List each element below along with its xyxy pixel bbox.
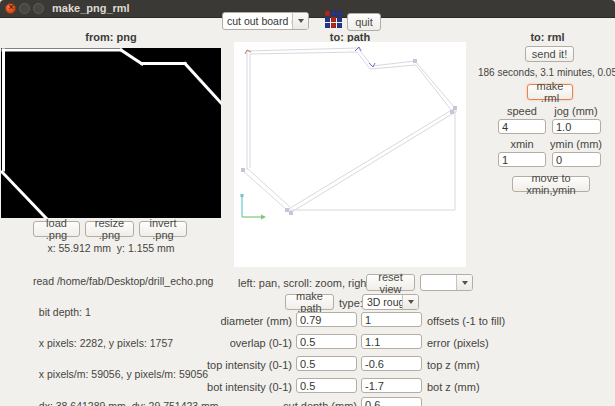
- chevron-down-icon: [402, 295, 418, 309]
- jog-label: jog (mm): [550, 105, 602, 117]
- ymin-label: ymin (mm): [550, 138, 602, 150]
- top-intensity-input[interactable]: [296, 356, 357, 371]
- rml-panel-title: to: rml: [480, 31, 615, 43]
- overlap-label: overlap (0-1): [230, 337, 292, 349]
- cut-depth-input[interactable]: [361, 397, 422, 406]
- png-info-block: read /home/fab/Desktop/drill_echo.png bi…: [33, 255, 219, 406]
- error-input[interactable]: [361, 334, 422, 349]
- chevron-down-icon: [292, 13, 308, 29]
- info-pixels-per-m: x pixels/m: 59056, y pixels/m: 59056: [33, 369, 219, 379]
- top-z-label: top z (mm): [427, 359, 480, 371]
- reset-view-button[interactable]: reset view: [366, 274, 415, 291]
- estimated-time-text: 186 seconds, 3.1 minutes, 0.05 hour: [478, 67, 615, 78]
- offsets-label: offsets (-1 to fill): [427, 315, 505, 327]
- top-intensity-label: top intensity (0-1): [207, 359, 292, 371]
- preset-dropdown-value: cut out board (1/32): [223, 15, 292, 27]
- diameter-label: diameter (mm): [220, 315, 292, 327]
- cut-depth-label: cut depth (mm): [283, 400, 357, 406]
- diameter-input[interactable]: [296, 312, 357, 327]
- info-dimensions: dx: 38.641289 mm, dy: 29.751423 mm: [33, 401, 219, 406]
- path-type-value: 3D rough: [363, 296, 402, 308]
- quit-button[interactable]: quit: [347, 13, 381, 31]
- type-label: type:: [339, 297, 363, 309]
- png-trace-image: [1, 48, 221, 218]
- load-png-button[interactable]: load .png: [33, 221, 80, 237]
- window-maximize-icon[interactable]: [33, 3, 44, 14]
- path-type-dropdown[interactable]: 3D rough: [362, 294, 419, 310]
- toolpath-drawing: [234, 42, 466, 267]
- top-z-input[interactable]: [361, 356, 422, 371]
- resize-png-button[interactable]: resize .png: [85, 221, 134, 237]
- overlap-input[interactable]: [296, 334, 357, 349]
- info-pixels: x pixels: 2282, y pixels: 1757: [33, 338, 219, 348]
- window-title: make_png_rml: [52, 2, 130, 14]
- make-path-button[interactable]: make .path: [285, 294, 334, 310]
- chevron-down-icon: [456, 275, 472, 290]
- window-minimize-icon[interactable]: [19, 3, 30, 14]
- offsets-input[interactable]: [361, 312, 422, 327]
- bot-z-label: bot z (mm): [427, 381, 480, 393]
- preset-dropdown[interactable]: cut out board (1/32): [222, 12, 309, 30]
- window-close-icon[interactable]: [5, 3, 16, 14]
- ymin-input[interactable]: [552, 152, 601, 167]
- jog-input[interactable]: [552, 119, 601, 134]
- cursor-position-readout: x: 55.912 mm y: 1.155 mm: [0, 242, 222, 254]
- xmin-input[interactable]: [498, 152, 546, 167]
- speed-input[interactable]: [498, 119, 546, 134]
- send-it-button[interactable]: send it!: [525, 46, 574, 62]
- move-to-xmin-ymin-button[interactable]: move to xmin,ymin: [512, 176, 590, 192]
- info-bit-depth: bit depth: 1: [33, 307, 219, 317]
- info-read-path: read /home/fab/Desktop/drill_echo.png: [33, 276, 219, 286]
- png-panel-title: from: png: [0, 31, 222, 43]
- invert-png-button[interactable]: invert .png: [139, 221, 187, 237]
- make-png-rml-window: make_png_rml cut out board (1/32) quit f…: [0, 0, 615, 406]
- png-preview-canvas[interactable]: [1, 48, 221, 218]
- make-rml-button[interactable]: make .rml: [527, 84, 573, 100]
- bot-z-input[interactable]: [361, 378, 422, 393]
- error-label: error (pixels): [427, 337, 489, 349]
- path-preview-canvas[interactable]: [234, 42, 466, 267]
- view-select-dropdown[interactable]: [420, 274, 473, 291]
- fab-modules-icon: [325, 11, 342, 28]
- bot-intensity-input[interactable]: [296, 378, 357, 393]
- bot-intensity-label: bot intensity (0-1): [207, 381, 292, 393]
